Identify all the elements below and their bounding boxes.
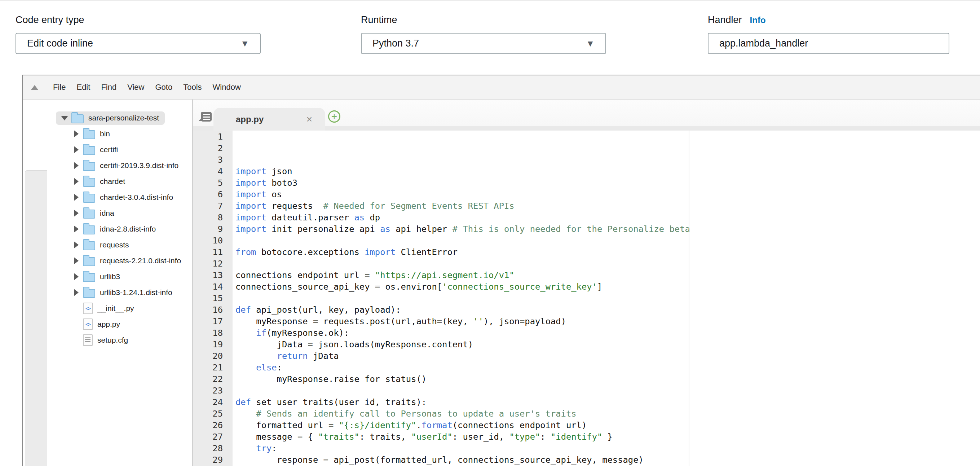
- runtime-select[interactable]: Python 3.7 ▼: [361, 33, 606, 54]
- tree-item-sara-personalize-test[interactable]: sara-personalize-test: [47, 110, 192, 126]
- code-entry-type-label: Code entry type: [16, 14, 84, 25]
- chevron-collapsed-icon[interactable]: [72, 257, 80, 264]
- chevron-collapsed-icon[interactable]: [72, 273, 80, 280]
- folder-icon: [72, 115, 84, 123]
- line-number: 13: [193, 269, 223, 281]
- code-entry-type-select[interactable]: Edit code inline ▼: [16, 33, 261, 54]
- chevron-collapsed-icon[interactable]: [72, 194, 80, 201]
- code-line-15: if(myResponse.ok):: [235, 327, 980, 339]
- line-number: 10: [193, 235, 223, 247]
- tree-item-idna[interactable]: idna: [47, 205, 192, 221]
- runtime-label: Runtime: [361, 14, 397, 25]
- line-number: 24: [193, 396, 223, 408]
- code-line-10: connections_endpoint_url = "https://api.…: [235, 269, 980, 281]
- code-line-17: return jData: [235, 350, 980, 362]
- menu-item-view[interactable]: View: [122, 83, 150, 92]
- folder-icon: [83, 178, 95, 187]
- line-number: 18: [193, 327, 223, 339]
- tree-item-certifi-2019.3.9.dist-info[interactable]: certifi-2019.3.9.dist-info: [47, 157, 192, 173]
- tree-item-label: setup.cfg: [97, 336, 128, 344]
- tree-item-label: chardet-3.0.4.dist-info: [100, 193, 173, 202]
- code-editor-text[interactable]: import jsonimport boto3import osimport r…: [232, 130, 980, 466]
- chevron-expanded-icon[interactable]: [61, 116, 68, 121]
- chevron-collapsed-icon[interactable]: [72, 241, 80, 248]
- code-line-3: import os: [235, 189, 980, 200]
- code-line-23: formatted_url = "{:s}/identify".format(c…: [235, 420, 980, 431]
- tree-item-chardet-3.0.4.dist-info[interactable]: chardet-3.0.4.dist-info: [47, 189, 192, 205]
- tree-item-setup.cfg[interactable]: setup.cfg: [47, 332, 192, 348]
- line-number: 9: [193, 223, 223, 235]
- folder-icon: [83, 289, 95, 298]
- menu-item-edit[interactable]: Edit: [71, 83, 95, 92]
- menu-item-file[interactable]: File: [48, 83, 71, 92]
- folder-icon: [83, 226, 95, 234]
- folder-icon: [83, 162, 95, 171]
- menu-item-tools[interactable]: Tools: [178, 83, 207, 92]
- folder-icon: [83, 130, 95, 139]
- tree-item-requests[interactable]: requests: [47, 237, 192, 253]
- chevron-down-icon: ▼: [240, 38, 249, 49]
- code-line-12: [235, 293, 980, 304]
- handler-input[interactable]: [708, 33, 949, 54]
- handler-info-link[interactable]: Info: [750, 15, 766, 25]
- folder-icon: [83, 210, 95, 219]
- tree-item-label: certifi-2019.3.9.dist-info: [100, 161, 178, 170]
- editor-body: Environment sara-personalize-testbincert…: [23, 100, 980, 466]
- line-number: 25: [193, 408, 223, 420]
- code-line-7: [235, 235, 980, 247]
- python-file-icon: [83, 302, 93, 314]
- editor-menubar: FileEditFindViewGotoToolsWindow: [23, 75, 980, 100]
- tree-item-chardet[interactable]: chardet: [47, 173, 192, 189]
- line-number: 5: [193, 177, 223, 189]
- chevron-collapsed-icon[interactable]: [72, 210, 80, 217]
- code-line-22: # Sends an identify call to Personas to …: [235, 408, 980, 420]
- line-number: 21: [193, 362, 223, 373]
- tree-item-label: requests: [100, 240, 129, 249]
- config-file-icon: [83, 334, 93, 346]
- tree-item-urllib3[interactable]: urllib3: [47, 269, 192, 285]
- tab-list-icon[interactable]: [201, 112, 212, 122]
- tab-bar: app.py × +: [193, 100, 980, 130]
- tree-item-app.py[interactable]: app.py: [47, 316, 192, 332]
- code-line-6: import init_personalize_api as api_helpe…: [235, 223, 980, 235]
- tree-item-bin[interactable]: bin: [47, 126, 192, 142]
- tree-item-label: urllib3-1.24.1.dist-info: [100, 288, 172, 297]
- chevron-collapsed-icon[interactable]: [72, 226, 80, 233]
- chevron-collapsed-icon[interactable]: [72, 289, 80, 296]
- line-number: 22: [193, 373, 223, 385]
- chevron-collapsed-icon[interactable]: [72, 178, 80, 185]
- code-line-21: def set_user_traits(user_id, traits):: [235, 396, 980, 408]
- folder-icon: [83, 273, 95, 282]
- folder-icon: [83, 241, 95, 250]
- runtime-value: Python 3.7: [372, 38, 419, 49]
- handler-field: Handler Info: [708, 14, 949, 54]
- tree-item-idna-2.8.dist-info[interactable]: idna-2.8.dist-info: [47, 221, 192, 237]
- line-number: 4: [193, 165, 223, 177]
- cloud9-editor-frame: FileEditFindViewGotoToolsWindow Environm…: [22, 75, 980, 466]
- line-number: 20: [193, 350, 223, 362]
- line-number: 26: [193, 420, 223, 431]
- code-line-16: jData = json.loads(myResponse.content): [235, 339, 980, 350]
- tree-item-certifi[interactable]: certifi: [47, 142, 192, 157]
- tab-app-py[interactable]: app.py ×: [213, 108, 325, 130]
- chevron-collapsed-icon[interactable]: [72, 146, 80, 153]
- tree-item-urllib3-1.24.1.dist-info[interactable]: urllib3-1.24.1.dist-info: [47, 285, 192, 301]
- chevron-collapsed-icon[interactable]: [72, 130, 80, 137]
- tree-item-label: sara-personalize-test: [88, 114, 159, 122]
- folder-icon: [83, 146, 95, 155]
- new-tab-button[interactable]: +: [328, 110, 340, 122]
- close-tab-icon[interactable]: ×: [307, 115, 312, 124]
- line-number: 19: [193, 339, 223, 350]
- chevron-collapsed-icon[interactable]: [72, 162, 80, 169]
- collapse-menubar-icon[interactable]: [31, 85, 38, 90]
- menu-item-window[interactable]: Window: [207, 83, 246, 92]
- line-number: 16: [193, 304, 223, 316]
- tree-item-requests-2.21.0.dist-info[interactable]: requests-2.21.0.dist-info: [47, 253, 192, 269]
- line-number: 11: [193, 247, 223, 258]
- runtime-field: Runtime Python 3.7 ▼: [361, 14, 606, 54]
- code-line-9: [235, 258, 980, 269]
- code-line-18: else:: [235, 362, 980, 373]
- menu-item-goto[interactable]: Goto: [150, 83, 178, 92]
- tree-item-__init__.py[interactable]: __init__.py: [47, 301, 192, 316]
- menu-item-find[interactable]: Find: [95, 83, 122, 92]
